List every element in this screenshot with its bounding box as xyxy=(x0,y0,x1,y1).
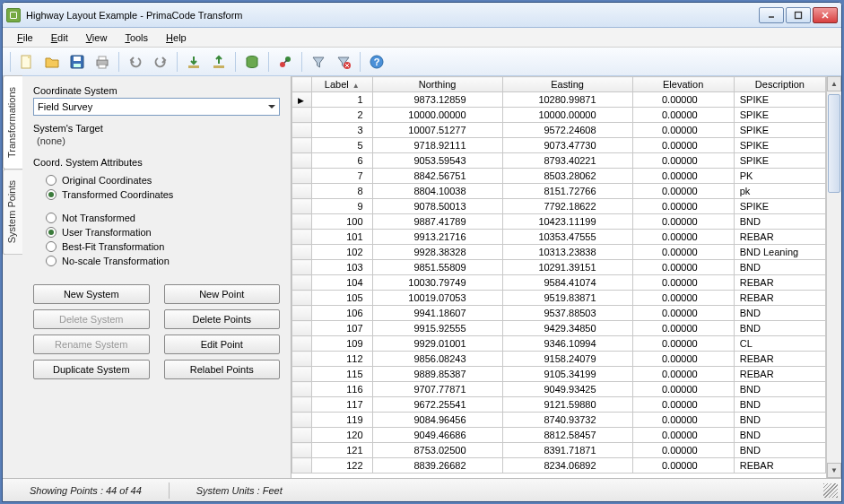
cell-easting[interactable]: 9121.59880 xyxy=(502,397,632,413)
cell-label[interactable]: 115 xyxy=(312,367,373,382)
cell-label[interactable]: 106 xyxy=(312,306,373,321)
relabel-points-button[interactable]: Relabel Points xyxy=(164,360,281,379)
cell-label[interactable]: 5 xyxy=(312,138,373,153)
cell-easting[interactable]: 9584.41074 xyxy=(502,275,632,291)
cell-easting[interactable]: 9572.24608 xyxy=(502,123,632,138)
col-description[interactable]: Description xyxy=(734,77,825,92)
cell-description[interactable]: BND xyxy=(734,443,825,458)
close-button[interactable] xyxy=(813,7,838,23)
delete-system-button[interactable]: Delete System xyxy=(33,309,150,329)
cell-easting[interactable]: 10291.39151 xyxy=(502,260,632,275)
rename-system-button[interactable]: Rename System xyxy=(33,335,150,354)
table-row[interactable]: 310007.512779572.246080.00000SPIKE xyxy=(292,123,826,138)
cell-elevation[interactable]: 0.00000 xyxy=(632,108,734,123)
cell-description[interactable]: BND Leaning xyxy=(734,245,825,260)
menu-edit[interactable]: Edit xyxy=(44,30,75,45)
redo-icon[interactable] xyxy=(150,51,171,73)
cell-elevation[interactable]: 0.00000 xyxy=(632,138,734,153)
table-row[interactable]: ▶19873.1285910280.998710.00000SPIKE xyxy=(292,92,826,108)
tab-transformations[interactable]: Transformations xyxy=(3,75,22,169)
edit-point-button[interactable]: Edit Point xyxy=(164,335,281,354)
col-elevation[interactable]: Elevation xyxy=(632,77,734,92)
radio-noscale-transformation[interactable]: No-scale Transformation xyxy=(33,254,280,268)
maximize-button[interactable] xyxy=(786,7,811,23)
cell-northing[interactable]: 9915.92555 xyxy=(372,321,502,336)
cell-northing[interactable]: 8804.10038 xyxy=(372,184,502,199)
cell-label[interactable]: 112 xyxy=(312,352,373,367)
cell-label[interactable]: 121 xyxy=(312,443,373,458)
cell-easting[interactable]: 7792.18622 xyxy=(502,199,632,214)
cell-label[interactable]: 7 xyxy=(312,169,373,184)
cell-label[interactable]: 2 xyxy=(312,108,373,123)
table-row[interactable]: 59718.921119073.477300.00000SPIKE xyxy=(292,138,826,153)
radio-original-coords[interactable]: Original Coordinates xyxy=(33,173,280,187)
table-row[interactable]: 1029928.3832810313.238380.00000BND Leani… xyxy=(292,245,826,260)
cell-label[interactable]: 117 xyxy=(312,397,373,413)
cell-easting[interactable]: 8503.28062 xyxy=(502,169,632,184)
cell-northing[interactable]: 9851.55809 xyxy=(372,260,502,275)
cell-easting[interactable]: 8812.58457 xyxy=(502,428,632,443)
cell-northing[interactable]: 9672.25541 xyxy=(372,397,502,413)
cell-label[interactable]: 122 xyxy=(312,458,373,474)
cell-label[interactable]: 6 xyxy=(312,153,373,169)
col-label[interactable]: Label▲ xyxy=(312,77,373,92)
radio-user-transformation[interactable]: User Transformation xyxy=(33,225,280,239)
cell-northing[interactable]: 10019.07053 xyxy=(372,291,502,306)
import-icon[interactable] xyxy=(183,51,204,73)
open-folder-icon[interactable] xyxy=(41,51,63,73)
cell-elevation[interactable]: 0.00000 xyxy=(632,123,734,138)
minimize-button[interactable] xyxy=(759,7,784,23)
cell-easting[interactable]: 8234.06892 xyxy=(502,458,632,474)
cell-description[interactable]: SPIKE xyxy=(734,153,825,169)
cell-label[interactable]: 8 xyxy=(312,184,373,199)
cell-northing[interactable]: 9941.18607 xyxy=(372,306,502,321)
cell-description[interactable]: SPIKE xyxy=(734,199,825,214)
cell-description[interactable]: BND xyxy=(734,321,825,336)
cell-description[interactable]: BND xyxy=(734,428,825,443)
cell-description[interactable]: BND xyxy=(734,413,825,428)
cell-label[interactable]: 101 xyxy=(312,230,373,245)
cell-elevation[interactable]: 0.00000 xyxy=(632,92,734,108)
cell-description[interactable]: REBAR xyxy=(734,458,825,474)
cell-northing[interactable]: 9929.01001 xyxy=(372,336,502,352)
cell-elevation[interactable]: 0.00000 xyxy=(632,367,734,382)
cell-description[interactable]: BND xyxy=(734,306,825,321)
table-row[interactable]: 1218753.025008391.718710.00000BND xyxy=(292,443,826,458)
cell-description[interactable]: REBAR xyxy=(734,230,825,245)
cell-easting[interactable]: 9158.24079 xyxy=(502,352,632,367)
table-row[interactable]: 10510019.070539519.838710.00000REBAR xyxy=(292,291,826,306)
cell-elevation[interactable]: 0.00000 xyxy=(632,382,734,397)
cell-easting[interactable]: 8740.93732 xyxy=(502,413,632,428)
data-grid[interactable]: Label▲ Northing Easting Elevation Descri… xyxy=(291,76,826,478)
cell-northing[interactable]: 8842.56751 xyxy=(372,169,502,184)
table-row[interactable]: 1199084.964568740.937320.00000BND xyxy=(292,413,826,428)
cell-northing[interactable]: 9078.50013 xyxy=(372,199,502,214)
cell-easting[interactable]: 8151.72766 xyxy=(502,184,632,199)
table-row[interactable]: 99078.500137792.186220.00000SPIKE xyxy=(292,199,826,214)
cell-northing[interactable]: 9053.59543 xyxy=(372,153,502,169)
radio-bestfit-transformation[interactable]: Best-Fit Transformation xyxy=(33,239,280,254)
cell-elevation[interactable]: 0.00000 xyxy=(632,153,734,169)
cell-label[interactable]: 120 xyxy=(312,428,373,443)
cell-easting[interactable]: 8793.40221 xyxy=(502,153,632,169)
cell-northing[interactable]: 10000.00000 xyxy=(372,108,502,123)
cell-description[interactable]: PK xyxy=(734,169,825,184)
cell-elevation[interactable]: 0.00000 xyxy=(632,214,734,230)
radio-not-transformed[interactable]: Not Transformed xyxy=(33,211,280,225)
table-row[interactable]: 1079915.925559429.348500.00000BND xyxy=(292,321,826,336)
scroll-up-icon[interactable]: ▲ xyxy=(827,76,841,91)
menu-file[interactable]: File xyxy=(10,30,40,45)
resize-grip-icon[interactable] xyxy=(823,483,838,498)
cell-elevation[interactable]: 0.00000 xyxy=(632,336,734,352)
cell-elevation[interactable]: 0.00000 xyxy=(632,428,734,443)
cell-elevation[interactable]: 0.00000 xyxy=(632,260,734,275)
cell-description[interactable]: pk xyxy=(734,184,825,199)
cell-label[interactable]: 103 xyxy=(312,260,373,275)
cell-label[interactable]: 119 xyxy=(312,413,373,428)
cell-description[interactable]: SPIKE xyxy=(734,138,825,153)
cell-easting[interactable]: 10423.11199 xyxy=(502,214,632,230)
table-row[interactable]: 1129856.082439158.240790.00000REBAR xyxy=(292,352,826,367)
menu-help[interactable]: Help xyxy=(159,30,194,45)
cell-northing[interactable]: 10007.51277 xyxy=(372,123,502,138)
table-row[interactable]: 88804.100388151.727660.00000pk xyxy=(292,184,826,199)
